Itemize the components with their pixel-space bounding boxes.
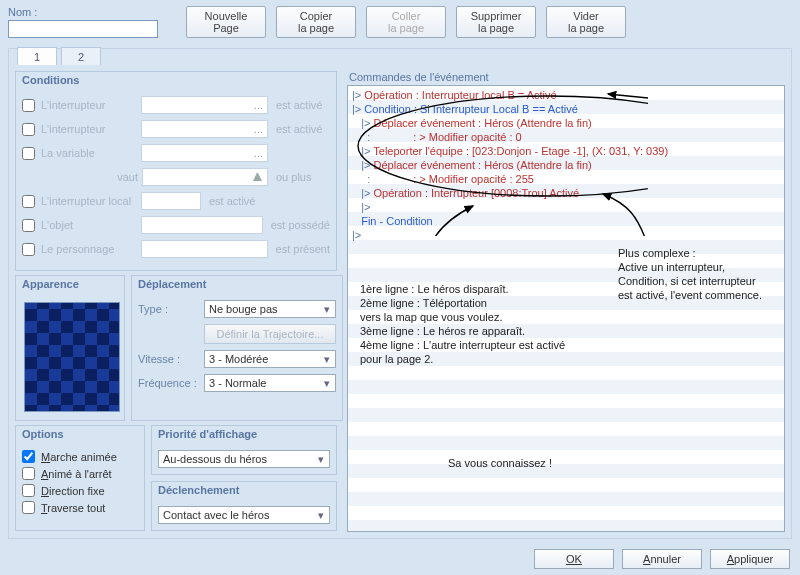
- appearance-title: Apparence: [22, 278, 79, 290]
- switch2-after: est activé: [276, 123, 330, 135]
- localswitch-combo[interactable]: [141, 192, 201, 210]
- switch1-label: L'interrupteur: [41, 99, 137, 111]
- switch2-check[interactable]: [22, 123, 35, 136]
- trigger-title: Déclenchement: [158, 484, 239, 496]
- opt-stop-label: Animé à l'arrêt: [41, 468, 112, 480]
- trigger-combo[interactable]: Contact avec le héros▾: [158, 506, 330, 524]
- chevron-down-icon: ▾: [315, 453, 327, 466]
- switch2-label: L'interrupteur: [41, 123, 137, 135]
- move-freq-label: Fréquence :: [138, 377, 200, 389]
- priority-title: Priorité d'affichage: [158, 428, 257, 440]
- chevron-down-icon: ▾: [321, 377, 333, 390]
- localswitch-label: L'interrupteur local: [41, 195, 137, 207]
- opt-dirfix-check[interactable]: [22, 484, 35, 497]
- actor-check[interactable]: [22, 243, 35, 256]
- chevron-down-icon: ▾: [321, 303, 333, 316]
- options-title: Options: [22, 428, 64, 440]
- actor-label: Le personnage: [41, 243, 137, 255]
- switch1-field[interactable]: ...: [141, 96, 268, 114]
- commands-list[interactable]: |> Opération : Interrupteur local B = Ac…: [347, 85, 785, 532]
- name-input[interactable]: [8, 20, 158, 38]
- conditions-title: Conditions: [22, 74, 79, 86]
- annotation-right: Plus complexe : Active un interrupteur, …: [618, 246, 762, 302]
- item-check[interactable]: [22, 219, 35, 232]
- switch1-check[interactable]: [22, 99, 35, 112]
- apply-button[interactable]: Appliquer: [710, 549, 790, 569]
- switch2-field[interactable]: ...: [141, 120, 268, 138]
- move-freq-combo[interactable]: 3 - Normale▾: [204, 374, 336, 392]
- move-speed-label: Vitesse :: [138, 353, 200, 365]
- cancel-button[interactable]: Annuler: [622, 549, 702, 569]
- chevron-down-icon: ▾: [321, 353, 333, 366]
- copy-page-button[interactable]: Copier la page: [276, 6, 356, 38]
- item-after: est possédé: [271, 219, 330, 231]
- move-type-label: Type :: [138, 303, 200, 315]
- ouplus-label: ou plus: [276, 171, 330, 183]
- new-page-button[interactable]: Nouvelle Page: [186, 6, 266, 38]
- priority-fieldset: Priorité d'affichage Au-dessous du héros…: [151, 425, 337, 475]
- opt-through-check[interactable]: [22, 501, 35, 514]
- trigger-fieldset: Déclenchement Contact avec le héros▾: [151, 481, 337, 531]
- move-speed-combo[interactable]: 3 - Modérée▾: [204, 350, 336, 368]
- opt-stop-check[interactable]: [22, 467, 35, 480]
- item-field[interactable]: [141, 216, 263, 234]
- localswitch-after: est activé: [209, 195, 263, 207]
- movement-title: Déplacement: [138, 278, 206, 290]
- tab-1[interactable]: 1: [17, 47, 57, 65]
- name-label: Nom :: [8, 6, 158, 18]
- variable-label: La variable: [41, 147, 137, 159]
- clear-page-button[interactable]: Vider la page: [546, 6, 626, 38]
- paste-page-button: Coller la page: [366, 6, 446, 38]
- item-label: L'objet: [41, 219, 137, 231]
- move-type-combo[interactable]: Ne bouge pas▾: [204, 300, 336, 318]
- opt-through-label: Traverse tout: [41, 502, 105, 514]
- options-fieldset: Options Marche animée Animé à l'arrêt Di…: [15, 425, 145, 531]
- annotation-left: 1ère ligne : Le héros disparaît. 2ème li…: [360, 282, 565, 366]
- delete-page-button[interactable]: Supprimer la page: [456, 6, 536, 38]
- opt-walk-label: Marche animée: [41, 451, 117, 463]
- define-route-button: Définir la Trajectoire...: [204, 324, 336, 344]
- appearance-fieldset: Apparence: [15, 275, 125, 421]
- actor-field[interactable]: [141, 240, 268, 258]
- priority-combo[interactable]: Au-dessous du héros▾: [158, 450, 330, 468]
- opt-dirfix-label: Direction fixe: [41, 485, 105, 497]
- commands-title: Commandes de l'événement: [349, 71, 785, 83]
- variable-field[interactable]: ...: [141, 144, 268, 162]
- switch1-after: est activé: [276, 99, 330, 111]
- ok-button[interactable]: OK: [534, 549, 614, 569]
- appearance-preview[interactable]: [24, 302, 120, 412]
- localswitch-check[interactable]: [22, 195, 35, 208]
- chevron-down-icon: ▾: [315, 509, 327, 522]
- movement-fieldset: Déplacement Type :Ne bouge pas▾ Définir …: [131, 275, 343, 421]
- vaut-label: vaut: [42, 171, 138, 183]
- actor-after: est présent: [276, 243, 330, 255]
- tab-2[interactable]: 2: [61, 47, 101, 65]
- annotation-bottom: Sa vous connaissez !: [448, 456, 552, 470]
- variable-spinner[interactable]: ⯅: [142, 168, 268, 186]
- opt-walk-check[interactable]: [22, 450, 35, 463]
- variable-check[interactable]: [22, 147, 35, 160]
- conditions-fieldset: Conditions L'interrupteur...est activé L…: [15, 71, 337, 271]
